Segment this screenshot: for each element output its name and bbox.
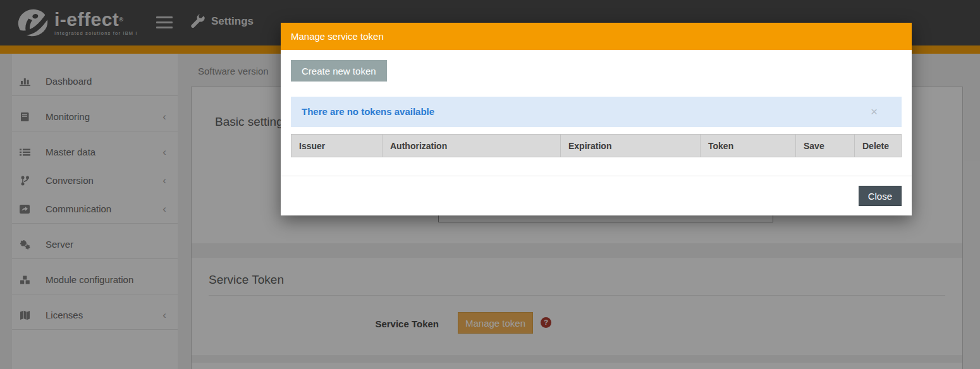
column-header-authorization: Authorization: [383, 135, 561, 157]
alert-close-icon[interactable]: ×: [871, 97, 878, 127]
tokens-table-header-row: Issuer Authorization Expiration Token Sa…: [291, 135, 902, 157]
create-new-token-button[interactable]: Create new token: [291, 60, 387, 82]
screen: i-effect® Integrated solutions for IBM i…: [0, 0, 980, 369]
tokens-table: Issuer Authorization Expiration Token Sa…: [291, 134, 902, 157]
column-header-expiration: Expiration: [561, 135, 701, 157]
no-tokens-alert: There are no tokens available ×: [291, 97, 902, 127]
modal-body: Create new token There are no tokens ava…: [281, 50, 912, 176]
modal-title: Manage service token: [281, 23, 912, 50]
modal-footer: Close: [281, 176, 912, 215]
manage-service-token-modal: Manage service token Create new token Th…: [281, 23, 912, 215]
alert-message: There are no tokens available: [302, 106, 434, 117]
modal-spacer: [291, 157, 902, 176]
column-header-issuer: Issuer: [291, 135, 383, 157]
column-header-token: Token: [701, 135, 796, 157]
close-modal-button[interactable]: Close: [859, 186, 902, 206]
column-header-save: Save: [796, 135, 855, 157]
column-header-delete: Delete: [855, 135, 902, 157]
